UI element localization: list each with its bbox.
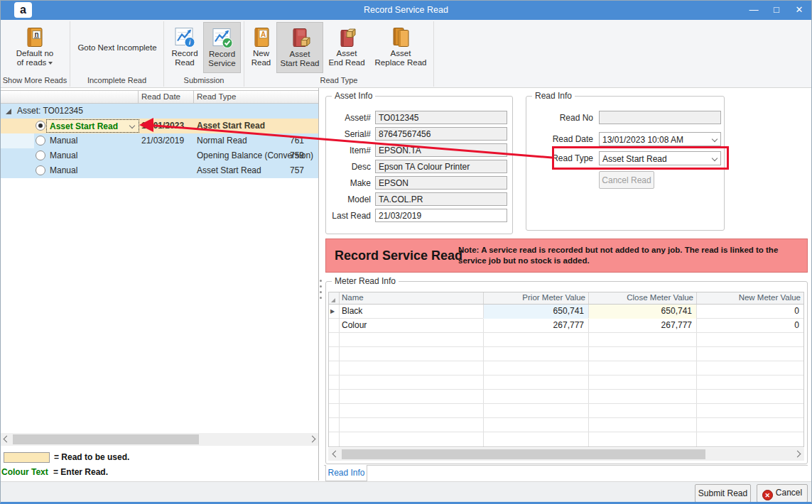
read-name-value: Asset Start Read: [50, 121, 118, 131]
bottom-bar: Submit Read ✕Cancel: [0, 481, 812, 504]
desc-field[interactable]: Epson TA Colour Printer: [375, 160, 507, 173]
default-no-of-reads-button[interactable]: n Default no of reads: [4, 22, 65, 73]
read-row[interactable]: Manual 21/03/2019 Normal Read 761: [0, 133, 318, 148]
record-service-button[interactable]: Record Service: [203, 22, 241, 73]
tab-read-info[interactable]: Read Info: [325, 465, 367, 481]
read-date-value: 13/01/2023 10:08 AM: [602, 135, 683, 145]
meter-row-black[interactable]: ▶ Black 650,741 650,741 0: [329, 305, 803, 319]
group-label: Incomplete Read: [70, 76, 163, 84]
last-read-label: Last Read: [326, 211, 371, 221]
read-info-group: Read Info Read No Read Date 13/01/2023 1…: [526, 96, 725, 231]
meter-row-colour[interactable]: Colour 267,777 267,777 0: [329, 319, 803, 333]
read-type-combo[interactable]: Asset Start Read: [599, 151, 721, 165]
column-header-new[interactable]: New Meter Value: [696, 293, 801, 302]
make-field[interactable]: EPSON: [375, 176, 507, 190]
read-type-value: Asset Start Read: [602, 154, 667, 164]
meter-grid-header[interactable]: Name Prior Meter Value Close Meter Value…: [329, 292, 803, 305]
chevron-down-icon: [129, 123, 135, 128]
scroll-right-icon[interactable]: [794, 451, 801, 458]
column-header-name[interactable]: Name: [342, 293, 364, 302]
new-meter-cell[interactable]: 0: [696, 306, 799, 316]
column-header-close[interactable]: Close Meter Value: [588, 293, 693, 302]
asset-replace-read-button[interactable]: Asset Replace Read: [370, 22, 431, 73]
record-read-button[interactable]: i Record Read: [166, 22, 203, 73]
prior-meter-cell[interactable]: 267,777: [483, 320, 584, 330]
scroll-right-icon[interactable]: [309, 436, 316, 443]
button-label: Replace Read: [375, 58, 427, 67]
read-radio[interactable]: [36, 136, 45, 146]
last-read-field[interactable]: 21/03/2019: [375, 209, 507, 222]
desc-label: Desc: [326, 162, 371, 172]
asset-info-group: Asset Info Asset# TO012345 Serial# 87647…: [325, 96, 513, 234]
meter-grid: Name Prior Meter Value Close Meter Value…: [328, 292, 804, 447]
read-row[interactable]: Manual Asset Start Read 757: [0, 163, 318, 178]
asset-info-title: Asset Info: [332, 91, 375, 101]
read-radio[interactable]: [36, 165, 45, 175]
scroll-left-icon[interactable]: [4, 436, 11, 443]
left-grid-hscrollbar[interactable]: [0, 433, 318, 446]
expander-icon[interactable]: [6, 109, 11, 114]
scrollbar-thumb[interactable]: [13, 434, 199, 444]
row-indicator-icon: ▶: [330, 308, 335, 314]
cancel-button[interactable]: ✕Cancel: [757, 484, 808, 503]
read-date-combo[interactable]: 13/01/2023 10:08 AM: [599, 132, 721, 146]
asset-number-field[interactable]: TO012345: [375, 111, 507, 124]
read-type-cell: Normal Read: [197, 136, 247, 146]
window-title: Record Service Read: [0, 0, 812, 20]
grid-header[interactable]: Read Date Read Type: [0, 90, 318, 104]
column-header-read-date[interactable]: Read Date: [141, 92, 180, 101]
meter-grid-hscrollbar[interactable]: [328, 448, 804, 461]
row-indent-cell: [0, 133, 34, 148]
legend-enter-read: = Enter Read.: [53, 467, 108, 477]
panel-splitter[interactable]: [320, 280, 322, 299]
button-label: Service: [208, 59, 235, 68]
item-number-field[interactable]: EPSON.TA: [375, 143, 507, 157]
meter-empty-row: [329, 432, 803, 447]
model-field[interactable]: TA.COL.PR: [375, 192, 507, 206]
new-meter-cell[interactable]: 0: [696, 320, 799, 330]
serial-number-field[interactable]: 87647567456: [375, 127, 507, 141]
svg-text:n: n: [34, 31, 38, 38]
scroll-left-icon[interactable]: [332, 451, 340, 458]
read-no-field[interactable]: [599, 111, 721, 124]
read-name-cell: Manual: [50, 136, 77, 146]
read-row[interactable]: Manual Opening Balance (Conversion) 759: [0, 148, 318, 163]
goto-next-incomplete-button[interactable]: Goto Next Incomplete: [73, 22, 161, 73]
ribbon-group-read-type: A New Read Asset Start Read: [244, 21, 434, 87]
meter-name-cell[interactable]: Black: [342, 306, 362, 316]
submit-read-button[interactable]: Submit Read: [695, 484, 751, 503]
close-meter-cell[interactable]: 267,777: [588, 320, 692, 330]
meter-empty-row: [329, 390, 803, 404]
close-meter-cell[interactable]: 650,741: [588, 306, 692, 316]
tab-strip-line: [324, 465, 808, 466]
meter-name-cell[interactable]: Colour: [342, 320, 367, 330]
close-button[interactable]: ✕: [789, 0, 810, 20]
new-read-button[interactable]: A New Read: [247, 22, 276, 73]
read-date-cell: 21/03/2019: [141, 136, 184, 146]
banner-note-line1: Note: A service read is recorded but not…: [458, 245, 778, 256]
meter-read-info-group: Meter Read Info Name Prior Meter Value C…: [325, 281, 808, 464]
asset-end-read-button[interactable]: Asset End Read: [325, 22, 369, 73]
read-radio[interactable]: [36, 150, 45, 160]
read-row-selected[interactable]: Asset Start Read 13/01/2023 Asset Start …: [0, 119, 318, 133]
minimize-button[interactable]: —: [743, 0, 764, 20]
read-radio-selected[interactable]: [36, 121, 45, 131]
column-header-prior[interactable]: Prior Meter Value: [483, 293, 585, 302]
scrollbar-thumb[interactable]: [342, 449, 705, 459]
asset-start-read-icon: [288, 26, 311, 50]
banner-note-line2: service job but no stock is added.: [458, 256, 778, 266]
select-all-icon[interactable]: [331, 298, 335, 302]
maximize-button[interactable]: □: [766, 0, 787, 20]
prior-meter-cell[interactable]: 650,741: [483, 306, 584, 316]
read-no-cell: 757: [274, 165, 304, 175]
asset-start-read-button[interactable]: Asset Start Read: [276, 22, 323, 73]
button-label: Goto Next Incomplete: [77, 43, 156, 53]
group-row-asset[interactable]: Asset: TO012345: [0, 104, 318, 119]
column-header-read-type[interactable]: Read Type: [197, 92, 236, 101]
button-label: Default no: [16, 49, 53, 58]
svg-text:A: A: [260, 31, 265, 38]
ribbon: n Default no of reads Show More Reads Go…: [0, 20, 812, 88]
read-name-cell: Manual: [50, 165, 77, 175]
read-name-dropdown[interactable]: Asset Start Read: [46, 119, 139, 133]
meter-empty-row: [329, 361, 803, 376]
